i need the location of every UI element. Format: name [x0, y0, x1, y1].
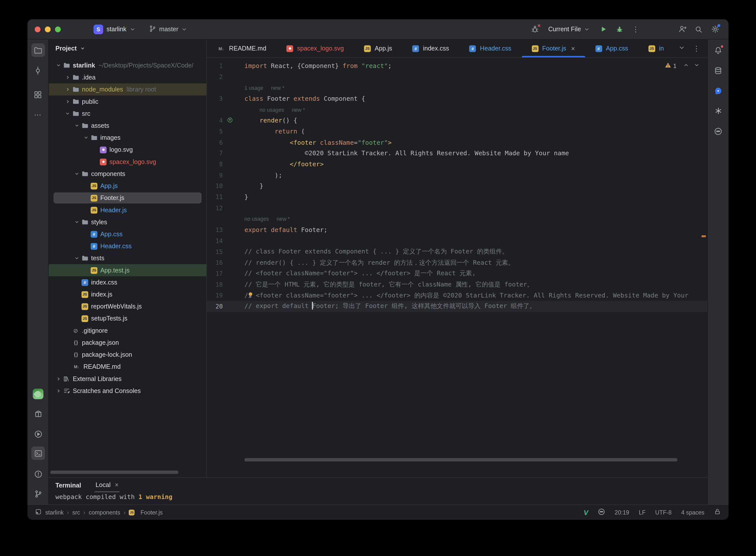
breadcrumb-item[interactable]: starlink — [45, 509, 64, 516]
tree-item-index-js[interactable]: JSindex.js — [49, 288, 206, 300]
tab-readme-md[interactable]: M↓README.md — [207, 39, 276, 57]
line-number[interactable]: 14 — [207, 237, 244, 244]
chevron-collapsed-icon[interactable]: › — [65, 86, 71, 93]
line-number[interactable]: 3 — [207, 95, 244, 102]
tree-item-readme-md[interactable]: M↓README.md — [49, 361, 206, 373]
tree-item-header-js[interactable]: JSHeader.js — [49, 204, 206, 216]
line-ending-widget[interactable]: LF — [639, 509, 646, 516]
tree-item--idea[interactable]: ›.idea — [49, 71, 206, 83]
tree-item-package-lock-json[interactable]: { }package-lock.json — [49, 348, 206, 360]
add-user-icon[interactable] — [676, 23, 689, 36]
chevron-expanded-icon[interactable]: › — [73, 219, 80, 225]
terminal-output[interactable]: webpack compiled with 1 warning — [49, 492, 707, 500]
tree-item-reportwebvitals-js[interactable]: JSreportWebVitals.js — [49, 300, 206, 312]
close-icon[interactable]: × — [115, 482, 119, 488]
tree-item-package-json[interactable]: { }package.json — [49, 337, 206, 348]
v-widget-icon[interactable]: V — [584, 509, 588, 516]
code-vision-hint[interactable]: 1 usagenew * — [244, 85, 284, 91]
tree-item-tests[interactable]: ›tests — [49, 252, 206, 264]
line-number[interactable]: 8 — [207, 161, 244, 168]
debug-button[interactable] — [613, 23, 626, 36]
encoding-widget[interactable]: UTF-8 — [655, 509, 672, 516]
search-everywhere-icon[interactable] — [692, 23, 705, 36]
tab-options-icon[interactable]: ⋮ — [693, 44, 700, 53]
tree-item--gitignore[interactable]: ⊘.gitignore — [49, 324, 206, 337]
line-number[interactable]: 15 — [207, 248, 244, 255]
run-configuration-selector[interactable]: Current File — [545, 24, 594, 35]
line-number[interactable]: 9 — [207, 172, 244, 179]
line-number[interactable]: 17 — [207, 270, 244, 277]
tree-item-app-test-js[interactable]: JSApp.test.js — [49, 264, 206, 276]
project-panel-header[interactable]: Project › — [49, 39, 206, 57]
notifications-bell-icon[interactable] — [712, 43, 725, 57]
previous-problem-icon[interactable] — [683, 62, 689, 69]
code-vision-hint[interactable]: no usagesnew * — [260, 107, 305, 112]
window-minimize-button[interactable] — [45, 26, 50, 32]
services-tool-icon[interactable] — [31, 427, 45, 441]
line-number[interactable]: 2 — [207, 73, 244, 80]
code-vision-hint[interactable]: no usagesnew * — [244, 216, 290, 222]
branch-widget[interactable]: master — [146, 24, 191, 35]
next-problem-icon[interactable] — [694, 62, 699, 69]
window-close-button[interactable] — [35, 26, 40, 32]
chevron-expanded-icon[interactable]: › — [64, 110, 71, 117]
tab-close-icon[interactable]: × — [571, 45, 575, 52]
line-number[interactable]: 11 — [207, 194, 244, 201]
tree-item-external-libraries[interactable]: ›External Libraries — [49, 373, 206, 385]
tab-footer-js[interactable]: JSFooter.js× — [521, 39, 585, 57]
editor-horizontal-scrollbar[interactable] — [244, 458, 678, 461]
chevron-expanded-icon[interactable]: › — [73, 171, 80, 177]
chevron-collapsed-icon[interactable]: › — [65, 74, 71, 81]
tree-item-components[interactable]: ›components — [49, 168, 206, 180]
tool-window-widget-icon[interactable] — [35, 509, 41, 516]
breadcrumb-item[interactable]: src — [72, 509, 80, 516]
line-number[interactable]: 6 — [207, 139, 244, 146]
tree-item-app-css[interactable]: #App.css — [49, 228, 206, 240]
user-avatar[interactable] — [31, 387, 45, 401]
tab-header-css[interactable]: #Header.css — [459, 39, 521, 57]
chevron-collapsed-icon[interactable]: › — [56, 387, 62, 394]
dependencies-tool-icon[interactable] — [31, 407, 45, 420]
ai-chat-tool-icon[interactable] — [712, 84, 725, 98]
indent-widget[interactable]: 4 spaces — [681, 509, 705, 516]
version-control-tool-icon[interactable] — [31, 487, 45, 500]
chevron-expanded-icon[interactable]: › — [55, 62, 62, 69]
line-number[interactable]: 12 — [207, 204, 244, 211]
tree-item-footer-js[interactable]: JSFooter.js — [49, 192, 206, 204]
tree-horizontal-scrollbar[interactable] — [50, 471, 178, 474]
breadcrumb-item[interactable]: Footer.js — [140, 509, 163, 516]
readonly-lock-icon[interactable] — [714, 508, 721, 517]
inspection-widget[interactable]: 1 — [665, 62, 699, 69]
code-editor[interactable]: 1import React, {Component} from "react";… — [207, 58, 707, 477]
tree-item-setuptests-js[interactable]: JSsetupTests.js — [49, 313, 206, 324]
line-number[interactable]: 4 — [207, 117, 244, 124]
overriding-method-gutter-icon[interactable] — [227, 117, 233, 125]
chevron-expanded-icon[interactable]: › — [82, 135, 90, 141]
tree-item-node-modules[interactable]: ›node_moduleslibrary root — [49, 83, 206, 96]
tree-item-src[interactable]: ›src — [49, 107, 206, 119]
scrollbar-warning-mark[interactable] — [701, 235, 706, 237]
tree-item-logo-svg[interactable]: logo.svg — [49, 144, 206, 156]
copilot-status-icon[interactable] — [598, 508, 605, 517]
line-number[interactable]: 20 — [207, 303, 244, 310]
project-tool-icon[interactable] — [31, 43, 44, 57]
more-actions-icon[interactable]: ⋮ — [629, 23, 643, 36]
project-widget[interactable]: S starlink — [90, 23, 139, 35]
tree-item-images[interactable]: ›images — [49, 132, 206, 143]
ai-assistant-tool-icon[interactable] — [712, 104, 725, 118]
tree-item-scratches-and-consoles[interactable]: ›Scratches and Consoles — [49, 385, 206, 397]
tab-app-js[interactable]: JSApp.js — [354, 39, 402, 57]
caret-position-widget[interactable]: 20:19 — [615, 509, 629, 516]
line-number[interactable]: 19 — [207, 292, 244, 299]
chevron-collapsed-icon[interactable]: › — [65, 98, 71, 105]
line-number[interactable]: 10 — [207, 182, 244, 190]
line-number[interactable]: 16 — [207, 259, 244, 266]
breadcrumb-item[interactable]: components — [89, 509, 120, 516]
terminal-tool-icon[interactable] — [31, 447, 45, 460]
problems-tool-icon[interactable] — [31, 467, 45, 481]
tab-index-css[interactable]: #index.css — [402, 39, 459, 57]
tree-item-header-css[interactable]: #Header.css — [49, 240, 206, 252]
line-number[interactable]: 1 — [207, 62, 244, 69]
line-number[interactable]: 13 — [207, 226, 244, 234]
hidden-tabs-chevron-icon[interactable] — [678, 44, 685, 53]
